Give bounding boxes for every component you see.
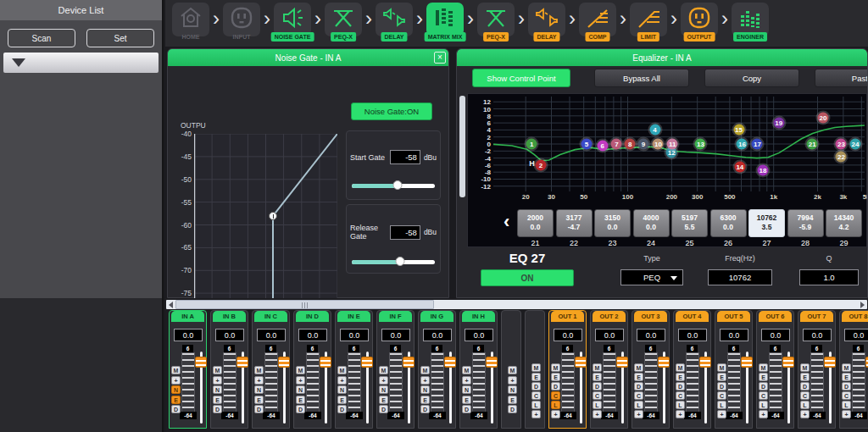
eq-control-point-13[interactable]: 13: [695, 139, 706, 150]
strip-button-+[interactable]: +: [213, 376, 222, 385]
strip-button-+[interactable]: +: [800, 410, 810, 418]
channel-label[interactable]: IN D: [296, 311, 329, 322]
channel-label[interactable]: IN A: [171, 311, 204, 322]
channel-gain-display[interactable]: 0.0: [637, 329, 665, 341]
channel-gain-display[interactable]: 0.0: [678, 329, 707, 341]
strip-button-d[interactable]: D: [759, 382, 768, 390]
eq-control-point-20[interactable]: 20: [817, 112, 828, 123]
scan-button[interactable]: Scan: [8, 29, 75, 47]
strip-button-e[interactable]: E: [462, 396, 471, 404]
strip-button-d[interactable]: D: [171, 405, 181, 413]
strip-button-e[interactable]: E: [759, 373, 768, 381]
channel-strip-in-e[interactable]: IN E0.06-64M+NED: [335, 310, 373, 429]
strip-button-d[interactable]: D: [508, 405, 517, 413]
band-freq-field[interactable]: 10762: [708, 269, 772, 285]
eq-band-cell-26[interactable]: 63000.0: [710, 209, 747, 237]
scroll-left-arrow-icon[interactable]: [169, 302, 173, 308]
channel-gain-display[interactable]: 0.0: [174, 329, 203, 341]
strip-button-e[interactable]: E: [676, 373, 685, 381]
strip-button-e[interactable]: E: [593, 373, 602, 381]
strip-button-d[interactable]: D: [800, 382, 810, 390]
channel-gain-display[interactable]: 0.0: [720, 329, 748, 341]
fader-handle[interactable]: [195, 357, 207, 368]
strip-button-c[interactable]: C: [551, 391, 560, 400]
strip-button-+[interactable]: +: [379, 376, 388, 385]
strip-button-n[interactable]: N: [296, 385, 305, 394]
strip-button-+[interactable]: +: [551, 410, 560, 418]
noise-gate-power-button[interactable]: Noise Gate:ON: [351, 102, 432, 120]
eq-control-point-22[interactable]: 22: [836, 151, 847, 162]
fader-handle[interactable]: [782, 357, 794, 368]
channel-label[interactable]: IN H: [462, 311, 495, 322]
channel-label[interactable]: IN B: [213, 311, 246, 322]
strip-button-m[interactable]: M: [420, 366, 430, 374]
channel-gain-display[interactable]: 0.0: [298, 329, 327, 341]
channel-strip-in-b[interactable]: IN B0.06-64M+NED: [210, 310, 248, 429]
set-button[interactable]: Set: [86, 29, 154, 47]
fader-handle[interactable]: [741, 357, 753, 368]
close-icon[interactable]: ×: [434, 52, 446, 64]
toolbar-item-delay[interactable]: DELAY: [527, 0, 566, 47]
eq-band-cell-23[interactable]: 31500.0: [594, 209, 631, 237]
channel-strip-out-5[interactable]: OUT 50.06-64MEDCL+: [715, 310, 753, 429]
fader-handle[interactable]: [699, 357, 711, 368]
strip-button-c[interactable]: C: [593, 391, 602, 400]
toolbar-item-output[interactable]: OUTPUT: [680, 0, 719, 47]
strip-button-l[interactable]: L: [593, 401, 602, 409]
channel-strip-in-c[interactable]: IN C0.06-64M+NED: [252, 310, 290, 429]
toolbar-item-peq-x[interactable]: PEQ-X: [324, 0, 363, 47]
channel-gain-display[interactable]: 0.0: [215, 329, 244, 341]
channel-label[interactable]: OUT 4: [676, 311, 709, 322]
fader-handle[interactable]: [616, 357, 628, 368]
strip-button-e[interactable]: E: [842, 373, 851, 381]
strip-button-m[interactable]: M: [593, 363, 602, 372]
gate-threshold-handle[interactable]: [269, 212, 277, 220]
strip-button-m[interactable]: M: [800, 363, 810, 372]
strip-button-+[interactable]: +: [462, 376, 471, 385]
strip-button-e[interactable]: E: [379, 396, 388, 404]
strip-button-n[interactable]: N: [213, 385, 222, 394]
strip-button-e[interactable]: E: [551, 373, 560, 381]
band-type-dropdown[interactable]: PEQ: [620, 269, 683, 285]
channel-label[interactable]: OUT 2: [593, 311, 626, 322]
band-q-field[interactable]: 1.0: [799, 269, 859, 285]
strip-button-c[interactable]: C: [634, 391, 643, 400]
strip-button-+[interactable]: +: [634, 410, 643, 418]
device-dropdown[interactable]: [3, 53, 159, 73]
eq-control-point-19[interactable]: 19: [773, 118, 784, 129]
strip-button-d[interactable]: D: [593, 382, 602, 390]
eq-band-cell-29[interactable]: 143404.2: [826, 209, 862, 237]
master-strip[interactable]: MEDCL+: [525, 310, 545, 429]
strip-button-e[interactable]: E: [508, 396, 517, 404]
strip-button-n[interactable]: N: [462, 385, 471, 394]
eq-band-cell-28[interactable]: 7994-5.9: [787, 209, 824, 237]
channel-strip-in-f[interactable]: IN F0.06-64M+NED: [376, 310, 415, 429]
strip-button-d[interactable]: D: [676, 382, 685, 390]
strip-button-d[interactable]: D: [254, 405, 264, 413]
strip-button-d[interactable]: D: [337, 405, 347, 413]
channel-label[interactable]: IN E: [337, 311, 370, 322]
eq-band-cell-25[interactable]: 51975.5: [671, 209, 708, 237]
strip-button-d[interactable]: D: [296, 405, 305, 413]
strip-button-l[interactable]: L: [759, 401, 768, 409]
strip-button-l[interactable]: L: [551, 401, 560, 409]
strip-button-m[interactable]: M: [296, 366, 305, 374]
strip-button-l[interactable]: L: [800, 401, 810, 409]
strip-button-+[interactable]: +: [171, 376, 181, 385]
eq-control-point-23[interactable]: 23: [836, 139, 847, 150]
strip-button-c[interactable]: C: [676, 391, 685, 400]
eq-band-cell-21[interactable]: 20000.0: [517, 209, 554, 237]
strip-button-c[interactable]: C: [842, 391, 851, 400]
strip-button-l[interactable]: L: [676, 401, 685, 409]
channel-strip-out-8[interactable]: OUT 80.06-64MEDCL+: [839, 310, 868, 429]
channel-gain-display[interactable]: 0.0: [554, 329, 582, 341]
strip-button-d[interactable]: D: [379, 405, 388, 413]
toolbar-item-matrix-mix[interactable]: MATRIX MIX: [426, 0, 465, 47]
channel-gain-display[interactable]: 0.0: [761, 329, 790, 341]
channel-strip-in-g[interactable]: IN G0.06-64M+NED: [418, 310, 456, 429]
channel-strip-out-6[interactable]: OUT 60.06-64MEDCL+: [756, 310, 794, 429]
strip-button-c[interactable]: C: [759, 391, 768, 400]
channel-strip-out-2[interactable]: OUT 20.06-64MEDCL+: [590, 310, 628, 429]
strip-button-e[interactable]: E: [213, 396, 222, 404]
eq-control-point-21[interactable]: 21: [807, 139, 818, 150]
